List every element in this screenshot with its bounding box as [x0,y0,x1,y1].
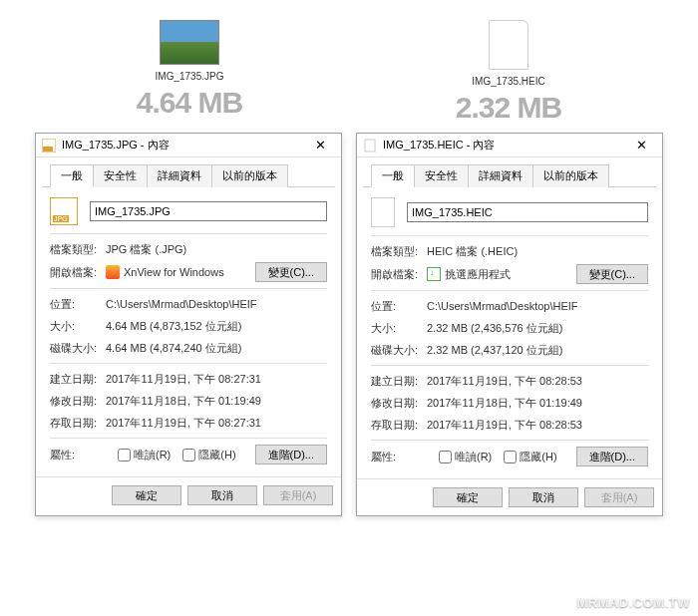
tabs: 一般 安全性 詳細資料 以前的版本 [42,157,335,187]
hidden-checkbox[interactable]: 隱藏(H) [504,450,556,464]
change-button[interactable]: 變更(C)... [255,262,327,282]
file-type-icon [50,197,78,225]
advanced-button[interactable]: 進階(D)... [576,447,648,466]
value-filetype: JPG 檔案 (.JPG) [106,242,327,257]
ok-button[interactable]: 確定 [112,485,181,505]
label-attributes: 屬性: [371,450,427,464]
label-accessed: 存取日期: [371,418,427,433]
value-created: 2017年11月19日, 下午 08:28:53 [427,374,648,389]
size-headline: 2.32 MB [354,91,663,125]
change-button[interactable]: 變更(C)... [576,264,648,284]
tab-security[interactable]: 安全性 [414,164,469,187]
tab-details[interactable]: 詳細資料 [468,164,533,187]
file-type-icon [371,197,395,227]
properties-dialog-heic: IMG_1735.HEIC - 內容 ✕ 一般 安全性 詳細資料 以前的版本 檔… [356,133,663,516]
filename-input[interactable] [90,201,327,221]
file-icon [363,139,377,153]
label-location: 位置: [371,299,427,314]
window-title: IMG_1735.JPG - 內容 [62,138,299,153]
close-button[interactable]: ✕ [626,138,656,153]
value-disksize: 2.32 MB (2,437,120 位元組) [427,343,648,358]
advanced-button[interactable]: 進階(D)... [255,445,327,464]
titlebar: IMG_1735.HEIC - 內容 ✕ [357,134,662,157]
svg-rect-2 [365,140,375,152]
tab-general[interactable]: 一般 [371,164,415,187]
properties-dialog-jpg: IMG_1735.JPG - 內容 ✕ 一般 安全性 詳細資料 以前的版本 檔案… [35,133,342,516]
value-disksize: 4.64 MB (4,874,240 位元組) [106,341,327,356]
thumbnail-label: IMG_1735.JPG [35,71,344,82]
thumbnail-heic[interactable] [489,20,528,70]
ok-button[interactable]: 確定 [433,487,503,507]
value-accessed: 2017年11月19日, 下午 08:28:53 [427,418,648,433]
label-openwith: 開啟檔案: [371,267,427,282]
tab-security[interactable]: 安全性 [93,164,148,187]
label-disksize: 磁碟大小: [50,341,106,356]
value-openwith: XnView for Windows [124,266,224,278]
label-created: 建立日期: [371,374,427,389]
value-modified: 2017年11月18日, 下午 01:19:49 [427,396,648,411]
readonly-checkbox[interactable]: 唯讀(R) [439,450,492,464]
label-location: 位置: [50,297,106,312]
file-preview-right: IMG_1735.HEIC 2.32 MB [354,0,663,125]
value-filetype: HEIC 檔案 (.HEIC) [427,244,648,259]
value-size: 2.32 MB (2,436,576 位元組) [427,321,648,336]
value-location: C:\Users\Mrmad\Desktop\HEIF [427,300,648,312]
tab-general[interactable]: 一般 [50,164,94,187]
label-accessed: 存取日期: [50,416,106,431]
thumbnail-jpg[interactable] [160,20,219,65]
cancel-button[interactable]: 取消 [509,487,578,507]
file-preview-left: IMG_1735.JPG 4.64 MB [35,0,344,125]
label-filetype: 檔案類型: [50,242,106,257]
hidden-checkbox[interactable]: 隱藏(H) [182,448,235,462]
value-size: 4.64 MB (4,873,152 位元組) [106,319,327,334]
jpg-icon [42,139,56,153]
value-created: 2017年11月19日, 下午 08:27:31 [106,372,327,387]
cancel-button[interactable]: 取消 [187,485,257,505]
tab-previous[interactable]: 以前的版本 [211,164,288,187]
filename-input[interactable] [407,202,648,222]
thumbnail-label: IMG_1735.HEIC [354,76,663,87]
value-accessed: 2017年11月19日, 下午 08:27:31 [106,416,327,431]
titlebar: IMG_1735.JPG - 內容 ✕ [36,134,341,157]
readonly-checkbox[interactable]: 唯讀(R) [118,448,171,462]
value-modified: 2017年11月18日, 下午 01:19:49 [106,394,327,409]
window-title: IMG_1735.HEIC - 內容 [383,138,620,153]
label-created: 建立日期: [50,372,106,387]
store-icon [427,267,441,281]
label-filetype: 檔案類型: [371,244,427,259]
tabs: 一般 安全性 詳細資料 以前的版本 [363,157,656,187]
value-location: C:\Users\Mrmad\Desktop\HEIF [106,298,327,310]
watermark: MRMAD.COM.TW [576,595,690,610]
label-modified: 修改日期: [50,394,106,409]
label-openwith: 開啟檔案: [50,265,106,280]
label-size: 大小: [371,321,427,336]
label-disksize: 磁碟大小: [371,343,427,358]
label-attributes: 屬性: [50,448,106,462]
apply-button[interactable]: 套用(A) [584,487,654,507]
value-openwith: 挑選應用程式 [445,267,511,282]
tab-details[interactable]: 詳細資料 [147,164,212,187]
close-button[interactable]: ✕ [305,138,335,153]
size-headline: 4.64 MB [35,86,344,120]
tab-previous[interactable]: 以前的版本 [532,164,609,187]
apply-button[interactable]: 套用(A) [263,485,333,505]
label-modified: 修改日期: [371,396,427,411]
xnview-icon [106,265,120,279]
label-size: 大小: [50,319,106,334]
svg-rect-1 [43,147,53,152]
